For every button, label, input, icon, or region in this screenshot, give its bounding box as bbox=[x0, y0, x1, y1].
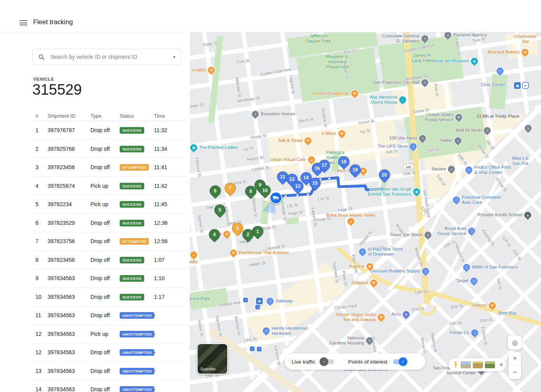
table-row[interactable]: 2397825768Drop offSUCCESS11:34 bbox=[33, 140, 186, 159]
status-badge: SUCCESS bbox=[120, 146, 144, 152]
chevron-down-icon[interactable]: ▾ bbox=[173, 55, 175, 60]
table-row[interactable]: 11397834563Drop offUNATTEMPTED- bbox=[33, 306, 186, 325]
top-app-bar: Fleet tracking bbox=[0, 0, 541, 32]
status-badge: SUCCESS bbox=[120, 294, 144, 300]
status-badge: SUCCESS bbox=[120, 183, 144, 189]
points-of-interest-toggle[interactable]: ✓ bbox=[393, 359, 406, 364]
zoom-in-button[interactable]: + bbox=[509, 352, 521, 366]
search-input[interactable] bbox=[50, 53, 173, 60]
status-badge: ATTEMPTED bbox=[120, 164, 149, 171]
zoom-out-button[interactable]: − bbox=[509, 366, 521, 380]
column-header: Type bbox=[90, 113, 120, 119]
table-row[interactable]: 14397834563Drop offUNATTEMPTED- bbox=[33, 380, 186, 392]
map[interactable]: Eddy StTurk StTurk StElm StGolden Gate A… bbox=[190, 32, 541, 392]
page-title: Fleet tracking bbox=[33, 18, 73, 26]
status-badge: UNATTEMPTED bbox=[120, 312, 154, 319]
column-header: Status bbox=[120, 113, 154, 119]
status-badge: UNATTEMPTED bbox=[120, 349, 154, 356]
table-row[interactable]: 1397976787Drop offSUCCESS11:32 bbox=[33, 121, 186, 140]
satellite-label: Satellite bbox=[200, 367, 216, 371]
vehicle-id: 315529 bbox=[32, 81, 82, 98]
shipments-table: #Shipment IDTypeStatusTime 1397976787Dro… bbox=[33, 111, 186, 392]
street-view-bar: » bbox=[449, 358, 506, 371]
status-badge: ATTEMPTED bbox=[120, 238, 149, 245]
status-badge: SUCCESS bbox=[120, 220, 144, 226]
imagery-thumbnail[interactable] bbox=[485, 361, 495, 368]
status-badge: SUCCESS bbox=[120, 257, 144, 263]
toggle-check-icon: ✓ bbox=[399, 357, 407, 366]
sidebar: ▾ VEHICLE 315529 #Shipment IDTypeStatusT… bbox=[0, 32, 190, 392]
column-header: # bbox=[33, 113, 48, 119]
table-row[interactable]: 4397825674Pick upSUCCESS11:42 bbox=[33, 177, 186, 196]
imagery-thumbnail[interactable] bbox=[473, 361, 483, 368]
shipment-rows: 1397976787Drop offSUCCESS11:322397825768… bbox=[33, 121, 186, 392]
pegman-icon[interactable] bbox=[453, 361, 459, 369]
status-badge: SUCCESS bbox=[120, 127, 144, 134]
table-row[interactable]: 6397823529Drop offSUCCESS12:36 bbox=[33, 214, 186, 233]
table-row[interactable]: 12397834563Pick upUNATTEMPTED- bbox=[33, 325, 186, 344]
toggle-off-icon: − bbox=[320, 357, 328, 366]
column-header: Time bbox=[154, 113, 186, 119]
my-location-icon: ◎ bbox=[512, 339, 518, 347]
search-icon bbox=[38, 54, 45, 60]
status-badge: SUCCESS bbox=[120, 275, 144, 282]
collapse-icon[interactable]: » bbox=[498, 363, 504, 366]
status-badge: UNATTEMPTED bbox=[120, 368, 154, 374]
table-header: #Shipment IDTypeStatusTime bbox=[33, 111, 186, 121]
live-traffic-toggle[interactable]: − bbox=[321, 359, 334, 364]
status-badge: UNATTEMPTED bbox=[120, 386, 154, 392]
column-header: Shipment ID bbox=[48, 113, 90, 119]
table-row[interactable]: 13397834563Drop offUNATTEMPTED- bbox=[33, 362, 186, 381]
table-row[interactable]: 9397834563Drop offSUCCESS1:10 bbox=[33, 269, 186, 288]
satellite-toggle-button[interactable]: Satellite bbox=[197, 343, 228, 374]
map-layer-controls: Live traffic − Points of interest ✓ bbox=[285, 353, 426, 370]
table-row[interactable]: 10397834563Drop offSUCCESS1:17 bbox=[33, 288, 186, 307]
table-row[interactable]: 8397823456Drop offSUCCESS1:07 bbox=[33, 251, 186, 270]
search-box[interactable]: ▾ bbox=[32, 49, 181, 65]
live-traffic-label: Live traffic bbox=[292, 359, 315, 365]
zoom-controls: + − bbox=[509, 352, 521, 379]
menu-button[interactable] bbox=[19, 20, 27, 25]
table-row[interactable]: 12397834563Drop offUNATTEMPTED- bbox=[33, 343, 186, 362]
table-row[interactable]: 539782234Pick upSUCCESS11:45 bbox=[33, 195, 186, 214]
table-row[interactable]: 7397823756Drop offATTEMPTED12:56 bbox=[33, 232, 186, 251]
my-location-button[interactable]: ◎ bbox=[508, 335, 522, 350]
points-of-interest-label: Points of interest bbox=[348, 359, 387, 365]
vehicle-label: VEHICLE bbox=[33, 77, 54, 81]
status-badge: SUCCESS bbox=[120, 201, 144, 208]
table-row[interactable]: 3397823456Drop offATTEMPTED11:41 bbox=[33, 158, 186, 177]
imagery-thumbnail[interactable] bbox=[461, 361, 471, 368]
status-badge: UNATTEMPTED bbox=[120, 331, 154, 337]
